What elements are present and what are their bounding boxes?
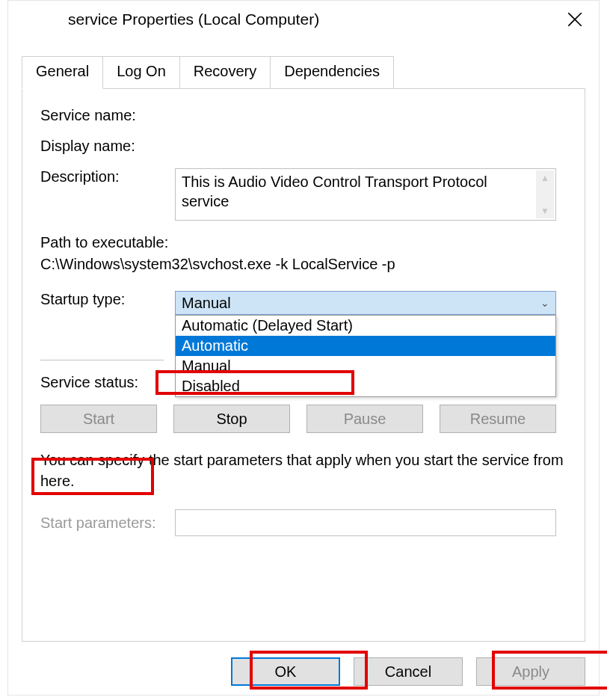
chevron-down-icon: ⌄ [540, 297, 549, 309]
path-value: C:\Windows\system32\svchost.exe -k Local… [40, 256, 567, 273]
tab-dependencies[interactable]: Dependencies [270, 56, 394, 88]
description-text: This is Audio Video Control Transport Pr… [182, 174, 487, 209]
tab-recovery[interactable]: Recovery [179, 56, 271, 88]
start-button[interactable]: Start [40, 405, 157, 433]
path-label: Path to executable: [40, 234, 567, 251]
option-automatic[interactable]: Automatic [176, 336, 555, 356]
separator [40, 360, 164, 360]
service-name-label: Service name: [40, 107, 175, 124]
scroll-down-icon: ▼ [540, 206, 549, 215]
properties-dialog: service Properties (Local Computer) Gene… [7, 0, 600, 696]
start-params-label: Start parameters: [40, 515, 175, 532]
service-status-label: Service status: [40, 374, 175, 391]
tab-strip: General Log On Recovery Dependencies [22, 56, 599, 88]
dropdown-selected-text: Manual [182, 295, 231, 312]
tab-general[interactable]: General [22, 56, 103, 89]
close-button[interactable] [560, 4, 590, 34]
option-manual[interactable]: Manual [176, 356, 555, 376]
dropdown-selected[interactable]: Manual ⌄ [175, 291, 556, 315]
scroll-up-icon: ▲ [540, 174, 549, 182]
apply-button[interactable]: Apply [476, 657, 585, 686]
cancel-button[interactable]: Cancel [354, 657, 463, 686]
dropdown-list: Automatic (Delayed Start) Automatic Manu… [175, 315, 556, 397]
general-panel: Service name: Display name: Description:… [22, 88, 585, 642]
window-title: service Properties (Local Computer) [68, 10, 319, 28]
startup-type-dropdown[interactable]: Manual ⌄ Automatic (Delayed Start) Autom… [175, 291, 556, 315]
close-icon [567, 12, 582, 27]
titlebar: service Properties (Local Computer) [8, 1, 599, 38]
description-box: This is Audio Video Control Transport Pr… [175, 168, 556, 221]
resume-button[interactable]: Resume [440, 405, 556, 433]
description-scrollbar[interactable]: ▲ ▼ [536, 171, 554, 218]
tab-logon[interactable]: Log On [102, 56, 180, 88]
option-disabled[interactable]: Disabled [176, 376, 555, 396]
help-text: You can specify the start parameters tha… [40, 449, 567, 491]
stop-button[interactable]: Stop [173, 405, 290, 433]
pause-button[interactable]: Pause [306, 405, 423, 433]
description-label: Description: [40, 168, 175, 185]
control-buttons: Start Stop Pause Resume [40, 405, 567, 433]
startup-type-label: Startup type: [40, 291, 175, 308]
dialog-buttons: OK Cancel Apply [231, 657, 585, 686]
display-name-label: Display name: [40, 138, 175, 155]
start-params-input[interactable] [175, 509, 556, 536]
ok-button[interactable]: OK [231, 657, 340, 686]
option-automatic-delayed[interactable]: Automatic (Delayed Start) [176, 316, 555, 336]
